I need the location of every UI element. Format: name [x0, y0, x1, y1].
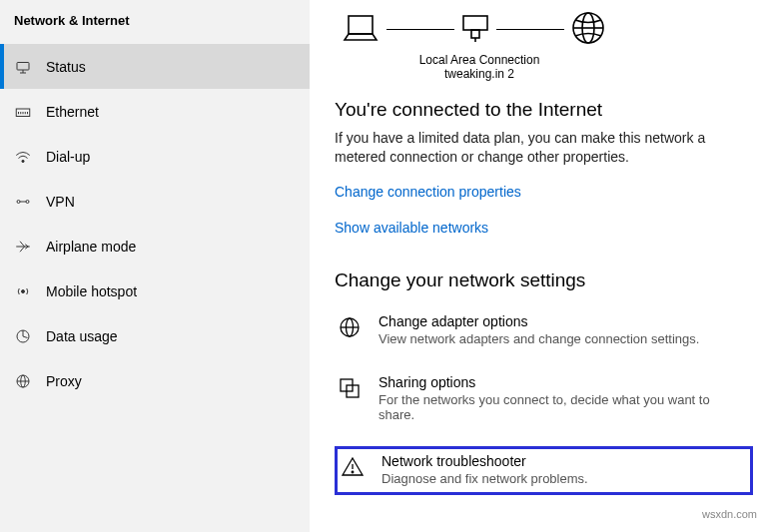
status-heading: You're connected to the Internet	[335, 99, 753, 121]
data-icon	[14, 327, 32, 345]
hotspot-icon	[14, 282, 32, 300]
sidebar-item-label: Status	[46, 59, 86, 75]
network-diagram	[341, 10, 753, 49]
svg-rect-20	[471, 30, 479, 38]
laptop-icon	[341, 12, 381, 47]
sidebar-item-ethernet[interactable]: Ethernet	[0, 89, 310, 134]
vpn-icon	[14, 193, 32, 211]
sidebar-title: Network & Internet	[0, 5, 310, 44]
sidebar-item-label: Data usage	[46, 328, 118, 344]
sidebar-item-label: Mobile hotspot	[46, 283, 137, 299]
setting-title: Sharing options	[379, 374, 747, 390]
svg-rect-18	[349, 16, 373, 34]
sidebar-item-label: Airplane mode	[46, 239, 136, 255]
sidebar-item-label: Proxy	[46, 373, 82, 389]
connector-line	[496, 29, 564, 31]
troubleshoot-icon	[340, 453, 366, 479]
setting-item-sharing[interactable]: Sharing options For the networks you con…	[335, 370, 753, 428]
sidebar: Network & Internet Status Ethernet Dial-…	[0, 0, 310, 532]
sidebar-item-airplane[interactable]: Airplane mode	[0, 224, 310, 268]
sidebar-item-vpn[interactable]: VPN	[0, 179, 310, 224]
ethernet-icon	[14, 103, 32, 121]
setting-desc: Diagnose and fix network problems.	[382, 471, 588, 486]
diagram-label: Local Area Connection	[335, 53, 624, 67]
svg-point-11	[26, 200, 29, 203]
setting-title: Change adapter options	[379, 313, 699, 329]
setting-item-troubleshooter[interactable]: Network troubleshooter Diagnose and fix …	[335, 446, 753, 495]
setting-item-adapter[interactable]: Change adapter options View network adap…	[335, 309, 753, 352]
sharing-icon	[337, 374, 363, 400]
svg-rect-19	[463, 16, 487, 30]
sidebar-item-label: Dial-up	[46, 149, 90, 165]
setting-title: Network troubleshooter	[382, 453, 588, 469]
router-icon	[460, 12, 490, 47]
proxy-icon	[14, 372, 32, 390]
adapter-icon	[337, 313, 363, 339]
watermark: wsxdn.com	[702, 508, 757, 520]
sidebar-item-datausage[interactable]: Data usage	[0, 313, 310, 358]
status-description: If you have a limited data plan, you can…	[335, 129, 734, 168]
main-content: Local Area Connection tweaking.in 2 You'…	[310, 0, 763, 532]
diagram-sublabel: tweaking.in 2	[335, 67, 624, 81]
globe-icon	[570, 10, 606, 49]
setting-desc: For the networks you connect to, decide …	[379, 392, 747, 422]
sidebar-item-label: Ethernet	[46, 104, 99, 120]
svg-point-31	[352, 471, 354, 473]
connector-line	[386, 29, 454, 31]
sidebar-item-dialup[interactable]: Dial-up	[0, 134, 310, 179]
sidebar-item-proxy[interactable]: Proxy	[0, 358, 310, 403]
sidebar-item-status[interactable]: Status	[0, 44, 310, 89]
svg-rect-0	[17, 62, 29, 70]
sidebar-item-label: VPN	[46, 194, 75, 210]
svg-point-13	[22, 289, 25, 292]
sidebar-item-hotspot[interactable]: Mobile hotspot	[0, 268, 310, 313]
link-connection-properties[interactable]: Change connection properties	[335, 184, 521, 200]
settings-heading: Change your network settings	[335, 269, 753, 291]
svg-point-9	[22, 160, 24, 162]
setting-desc: View network adapters and change connect…	[379, 331, 699, 346]
airplane-icon	[14, 238, 32, 256]
status-icon	[14, 58, 32, 76]
svg-point-10	[17, 200, 20, 203]
dialup-icon	[14, 148, 32, 166]
link-available-networks[interactable]: Show available networks	[335, 220, 488, 236]
